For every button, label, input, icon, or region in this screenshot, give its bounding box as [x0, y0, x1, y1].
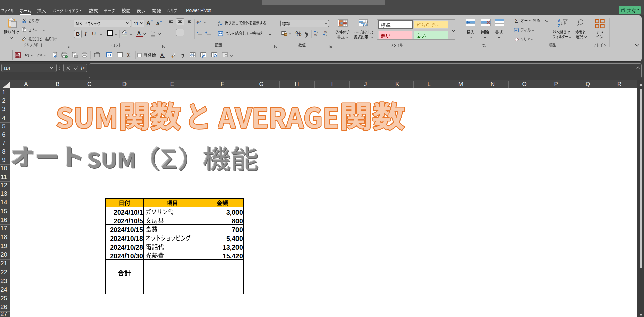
svg-text:.00: .00: [314, 33, 317, 36]
svg-text:.00: .00: [324, 30, 327, 33]
svg-text:ab: ab: [196, 20, 200, 24]
svg-text:0: 0: [326, 33, 327, 36]
svg-text:Z: Z: [558, 24, 560, 28]
svg-text:A: A: [558, 19, 561, 23]
svg-text:0: 0: [317, 30, 318, 33]
